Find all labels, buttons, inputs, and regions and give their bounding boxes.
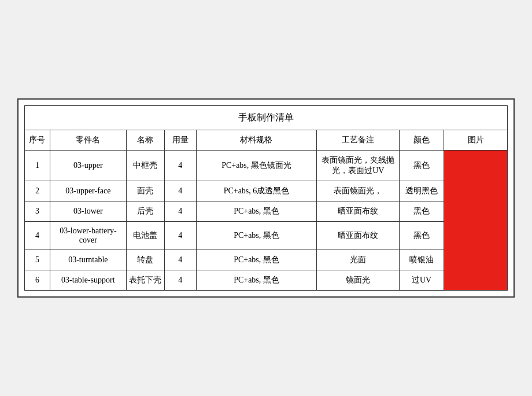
table-title: 手板制作清单 — [24, 105, 508, 130]
cell-process: 光面 — [317, 250, 400, 270]
cell-spec: PC+abs, 黑色 — [196, 222, 317, 250]
cell-name: 表托下壳 — [126, 270, 164, 291]
header-seq: 序号 — [25, 130, 50, 151]
cell-spec: PC+abs, 黑色镜面光 — [196, 151, 317, 181]
cell-seq: 4 — [25, 222, 50, 250]
cell-process: 表面镜面光， — [317, 181, 400, 201]
cell-name: 转盘 — [126, 250, 164, 270]
cell-part-id: 03-upper-face — [50, 181, 126, 201]
cell-color: 喷银油 — [400, 250, 444, 270]
cell-color: 黑色 — [400, 222, 444, 250]
cell-part-id: 03-upper — [50, 151, 126, 181]
header-image: 图片 — [444, 130, 508, 151]
header-color: 颜色 — [400, 130, 444, 151]
cell-name: 中框壳 — [126, 151, 164, 181]
cell-color: 透明黑色 — [400, 181, 444, 201]
table-row: 203-upper-face面壳4PC+abs, 6成透黑色表面镜面光，透明黑色 — [25, 181, 508, 201]
cell-color: 黑色 — [400, 151, 444, 181]
cell-process: 晒亚面布纹 — [317, 201, 400, 222]
cell-part-id: 03-lower — [50, 201, 126, 222]
table-row: 303-lower后壳4PC+abs, 黑色晒亚面布纹黑色 — [25, 201, 508, 222]
cell-process: 镜面光 — [317, 270, 400, 291]
cell-part-id: 03-lower-battery-cover — [50, 222, 126, 250]
cell-qty: 4 — [164, 222, 196, 250]
cell-color: 黑色 — [400, 201, 444, 222]
cell-qty: 4 — [164, 270, 196, 291]
cell-seq: 6 — [25, 270, 50, 291]
cell-seq: 2 — [25, 181, 50, 201]
cell-color: 过UV — [400, 270, 444, 291]
cell-name: 电池盖 — [126, 222, 164, 250]
cell-part-id: 03-turntable — [50, 250, 126, 270]
header-qty: 用量 — [164, 130, 196, 151]
cell-spec: PC+abs, 黑色 — [196, 201, 317, 222]
cell-qty: 4 — [164, 151, 196, 181]
cell-seq: 5 — [25, 250, 50, 270]
table-row: 403-lower-battery-cover电池盖4PC+abs, 黑色晒亚面… — [25, 222, 508, 250]
cell-qty: 4 — [164, 201, 196, 222]
header-spec: 材料规格 — [196, 130, 317, 151]
cell-seq: 3 — [25, 201, 50, 222]
cell-process: 晒亚面布纹 — [317, 222, 400, 250]
image-cell — [444, 151, 508, 291]
page-container: 手板制作清单 序号 零件名 名称 用量 材料规格 工艺备注 颜色 图片 103-… — [17, 98, 515, 298]
cell-spec: PC+abs, 6成透黑色 — [196, 181, 317, 201]
header-name: 名称 — [126, 130, 164, 151]
table-row: 503-turntable转盘4PC+abs, 黑色光面喷银油 — [25, 250, 508, 270]
cell-name: 面壳 — [126, 181, 164, 201]
cell-process: 表面镜面光，夹线抛光，表面过UV — [317, 151, 400, 181]
cell-spec: PC+abs, 黑色 — [196, 270, 317, 291]
cell-seq: 1 — [25, 151, 50, 181]
header-process: 工艺备注 — [317, 130, 400, 151]
cell-name: 后壳 — [126, 201, 164, 222]
cell-qty: 4 — [164, 181, 196, 201]
cell-spec: PC+abs, 黑色 — [196, 250, 317, 270]
table-row: 603-table-support表托下壳4PC+abs, 黑色镜面光过UV — [25, 270, 508, 291]
cell-part-id: 03-table-support — [50, 270, 126, 291]
table-row: 103-upper中框壳4PC+abs, 黑色镜面光表面镜面光，夹线抛光，表面过… — [25, 151, 508, 181]
main-table: 序号 零件名 名称 用量 材料规格 工艺备注 颜色 图片 103-upper中框… — [24, 130, 508, 291]
header-part-id: 零件名 — [50, 130, 126, 151]
cell-qty: 4 — [164, 250, 196, 270]
